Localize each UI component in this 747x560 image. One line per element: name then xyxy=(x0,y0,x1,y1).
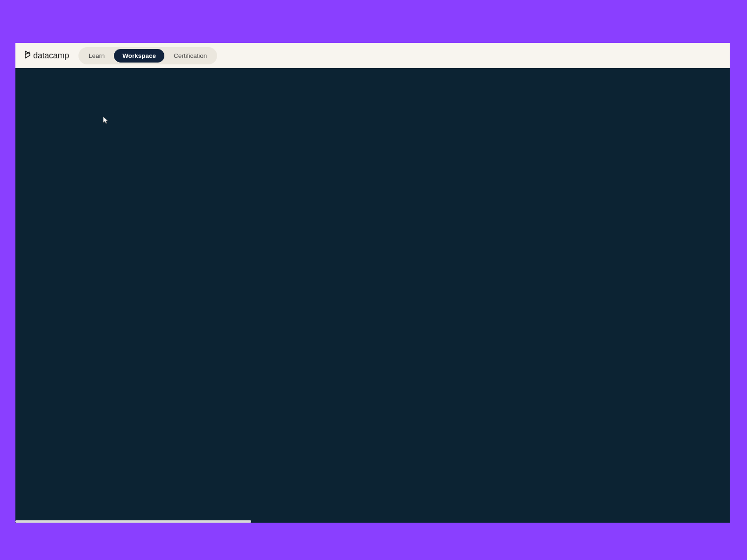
nav-tabs: Learn Workspace Certification xyxy=(78,47,218,64)
horizontal-scrollbar[interactable] xyxy=(15,520,730,523)
top-bar: datacamp Learn Workspace Certification xyxy=(15,43,730,68)
tab-learn[interactable]: Learn xyxy=(80,49,113,63)
datacamp-icon xyxy=(23,50,32,61)
app-window: datacamp Learn Workspace Certification xyxy=(15,43,730,523)
scrollbar-thumb[interactable] xyxy=(15,520,251,523)
brand-name: datacamp xyxy=(33,51,69,61)
brand-logo[interactable]: datacamp xyxy=(23,50,69,61)
cursor-icon xyxy=(103,116,109,125)
tab-certification[interactable]: Certification xyxy=(165,49,215,63)
tab-workspace[interactable]: Workspace xyxy=(114,49,164,63)
content-area xyxy=(15,68,730,523)
